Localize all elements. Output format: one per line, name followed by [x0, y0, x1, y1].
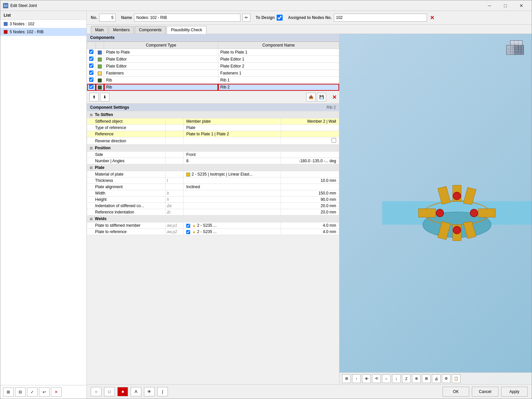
- app-icon: SJ: [3, 3, 8, 8]
- view-btn-10[interactable]: 🖨: [432, 374, 441, 383]
- comp-check-5[interactable]: [89, 84, 93, 89]
- prop-label: Width: [87, 190, 166, 197]
- svg-point-27: [453, 192, 461, 200]
- bottom-tool-2[interactable]: □: [104, 387, 115, 396]
- component-row-0[interactable]: Plate to Plate Plate to Plate 1: [87, 49, 339, 56]
- bottom-tool-1[interactable]: ○: [91, 387, 101, 396]
- col-color: [96, 42, 104, 49]
- comp-type-2: Plate Editor: [104, 63, 218, 70]
- settings-table: ⊟ To Stiffen Stiffened object Member pla…: [87, 111, 339, 235]
- bottom-tool-5[interactable]: 👁: [144, 387, 155, 396]
- ok-button[interactable]: OK: [443, 387, 469, 397]
- comp-tool-3[interactable]: 📥: [306, 93, 316, 101]
- apply-button[interactable]: Apply: [501, 387, 528, 397]
- tab-main[interactable]: Main: [91, 26, 108, 34]
- settings-row-2: Plate alignment Inclined: [87, 184, 339, 190]
- left-panel: List 3 Nodes : 102 5 Nodes: 102 - RIB ⊞ …: [0, 11, 87, 399]
- component-row-3[interactable]: Fasteners Fasteners 1: [87, 70, 339, 77]
- view-btn-8[interactable]: ⊕: [412, 374, 421, 383]
- comp-tool-1[interactable]: ⬆: [89, 93, 99, 101]
- bottom-tool-3[interactable]: ■: [117, 387, 128, 396]
- prop-val1: [184, 203, 281, 209]
- assigned-label: Assigned to Nodes No.: [288, 15, 332, 20]
- view-btn-12[interactable]: 📋: [452, 374, 461, 383]
- edit-name-button[interactable]: ✏: [242, 14, 250, 22]
- maximize-button[interactable]: □: [498, 0, 513, 11]
- view-btn-2[interactable]: ↑: [352, 374, 361, 383]
- list-item-2[interactable]: 5 Nodes: 102 - RIB: [0, 28, 86, 36]
- list-item-1[interactable]: 3 Nodes : 102: [0, 20, 86, 28]
- svg-marker-26: [419, 209, 436, 217]
- prop-val1: [184, 190, 281, 197]
- no-input[interactable]: [99, 14, 116, 22]
- settings-row-6: Reference indentation Δr 20.0 mm: [87, 209, 339, 215]
- no-label: No.: [91, 15, 97, 20]
- left-tool-2[interactable]: ⊟: [15, 387, 26, 397]
- comp-tool-2[interactable]: ⬇: [100, 93, 109, 101]
- minimize-button[interactable]: ─: [482, 0, 497, 11]
- settings-row-1: Plate to reference aw,p2 ▲ 2 - S235 ... …: [87, 229, 339, 235]
- prop-label: Material of plate: [87, 171, 166, 178]
- svg-point-30: [470, 209, 478, 217]
- settings-row-1: Thickness t 10.0 mm: [87, 178, 339, 184]
- bottom-tool-4[interactable]: A: [131, 387, 141, 396]
- prop-val1: [184, 197, 281, 203]
- list-header: List: [0, 11, 86, 20]
- cancel-button[interactable]: Cancel: [472, 387, 498, 397]
- name-input[interactable]: [134, 14, 240, 22]
- left-tool-3[interactable]: ✓: [27, 387, 38, 397]
- view-btn-11[interactable]: ⚙: [442, 374, 451, 383]
- view-btn-4[interactable]: ⟲: [372, 374, 381, 383]
- component-row-5[interactable]: Rib Rib 2: [87, 84, 339, 91]
- prop-label: Reference indentation: [87, 209, 166, 215]
- view-btn-3[interactable]: 👁: [362, 374, 371, 383]
- tab-members[interactable]: Members: [109, 26, 134, 34]
- view-btn-7[interactable]: Z: [402, 374, 411, 383]
- settings-subtitle: Rib 2: [327, 105, 336, 110]
- bottom-tool-6[interactable]: ∫: [157, 387, 168, 396]
- prop-val1: Inclined: [184, 184, 281, 190]
- prop-sym: h: [165, 197, 184, 203]
- titlebar: SJ Edit Steel Joint ─ □ ✕: [0, 0, 532, 11]
- view-btn-5[interactable]: ↔: [382, 374, 391, 383]
- component-row-2[interactable]: Plate Editor Plate Editor 2: [87, 63, 339, 70]
- prop-val2: [281, 131, 339, 137]
- left-content: Components Component Type Component Name: [87, 34, 339, 384]
- tab-plausibility[interactable]: Plausibility Check: [167, 26, 206, 34]
- assigned-clear-button[interactable]: ✕: [429, 14, 436, 21]
- prop-label: Reverse direction: [87, 137, 166, 145]
- assigned-input[interactable]: [334, 14, 427, 22]
- view-btn-9[interactable]: ⊞: [422, 374, 431, 383]
- left-tool-delete[interactable]: ✕: [51, 387, 62, 397]
- comp-check-3[interactable]: [89, 70, 93, 75]
- left-tool-4[interactable]: ↩: [39, 387, 50, 397]
- svg-point-29: [436, 209, 444, 217]
- component-row-4[interactable]: Rib Rib 1: [87, 77, 339, 84]
- prop-val2: 90.0 mm: [281, 197, 339, 203]
- left-tool-1[interactable]: ⊞: [3, 387, 14, 397]
- name-label: Name: [121, 15, 132, 20]
- view-btn-6[interactable]: ↕: [392, 374, 401, 383]
- to-design-checkbox[interactable]: [277, 15, 283, 21]
- comp-check-4[interactable]: [89, 77, 93, 82]
- prop-val2: Member 2 | Wall: [281, 118, 339, 125]
- prop-sym: Δr: [165, 209, 184, 215]
- settings-row-2: Reference Plate to Plate 1 | Plate 2: [87, 131, 339, 137]
- svg-point-28: [453, 226, 461, 234]
- titlebar-buttons: ─ □ ✕: [482, 0, 529, 11]
- comp-tool-4[interactable]: 💾: [317, 93, 326, 101]
- view-btn-1[interactable]: ⊞: [342, 374, 351, 383]
- comp-delete-button[interactable]: ✕: [332, 94, 336, 100]
- close-button[interactable]: ✕: [514, 0, 529, 11]
- comp-name-4: Rib 1: [218, 77, 339, 84]
- window-title: Edit Steel Joint: [10, 3, 482, 8]
- tab-components[interactable]: Components: [135, 26, 166, 34]
- comp-check-0[interactable]: [89, 50, 93, 54]
- comp-check-1[interactable]: [89, 57, 93, 61]
- prop-label: Side: [87, 152, 166, 158]
- prop-val1: Plate to Plate 1 | Plate 2: [184, 131, 281, 137]
- component-row-1[interactable]: Plate Editor Plate Editor 1: [87, 56, 339, 63]
- prop-label: Plate to stiffened member: [87, 222, 166, 229]
- settings-group-position: ⊟ Position: [87, 145, 339, 152]
- comp-check-2[interactable]: [89, 64, 93, 68]
